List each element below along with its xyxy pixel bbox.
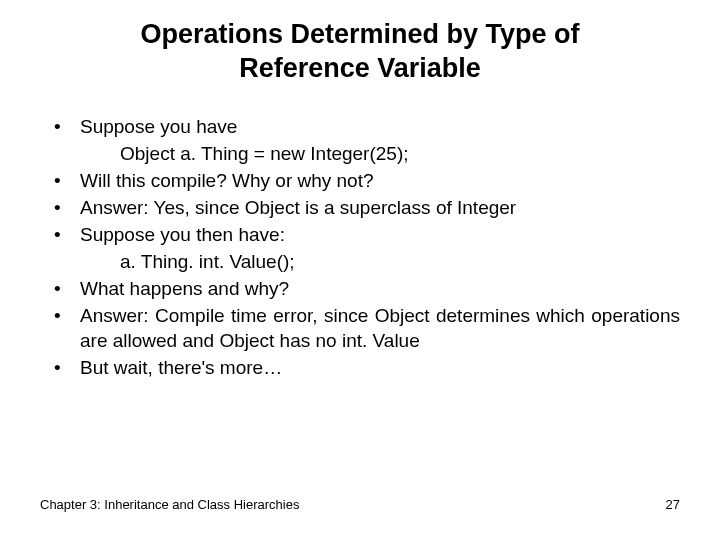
bullet-text: Suppose you have	[80, 116, 237, 137]
bullet-item: Answer: Compile time error, since Object…	[40, 303, 680, 353]
bullet-item: Suppose you then have:	[40, 222, 680, 247]
title-line-1: Operations Determined by Type of	[140, 19, 579, 49]
bullet-text: But wait, there's more…	[80, 357, 282, 378]
bullet-list: Will this compile? Why or why not? Answe…	[40, 168, 680, 247]
title-line-2: Reference Variable	[239, 53, 481, 83]
bullet-item: Suppose you have	[40, 114, 680, 139]
bullet-text: Answer: Compile time error, since Object…	[80, 305, 680, 351]
bullet-text: What happens and why?	[80, 278, 289, 299]
bullet-list: Suppose you have	[40, 114, 680, 139]
bullet-item: Answer: Yes, since Object is a superclas…	[40, 195, 680, 220]
footer-page-number: 27	[666, 497, 680, 512]
bullet-list: What happens and why? Answer: Compile ti…	[40, 276, 680, 380]
slide-content: Suppose you have Object a. Thing = new I…	[40, 114, 680, 381]
bullet-text: Answer: Yes, since Object is a superclas…	[80, 197, 516, 218]
slide-footer: Chapter 3: Inheritance and Class Hierarc…	[40, 497, 680, 512]
code-line: a. Thing. int. Value();	[40, 249, 680, 274]
bullet-item: What happens and why?	[40, 276, 680, 301]
bullet-item: Will this compile? Why or why not?	[40, 168, 680, 193]
slide: Operations Determined by Type of Referen…	[0, 0, 720, 540]
footer-chapter: Chapter 3: Inheritance and Class Hierarc…	[40, 497, 299, 512]
slide-title: Operations Determined by Type of Referen…	[80, 18, 640, 86]
code-line: Object a. Thing = new Integer(25);	[40, 141, 680, 166]
bullet-text: Will this compile? Why or why not?	[80, 170, 374, 191]
bullet-item: But wait, there's more…	[40, 355, 680, 380]
bullet-text: Suppose you then have:	[80, 224, 285, 245]
